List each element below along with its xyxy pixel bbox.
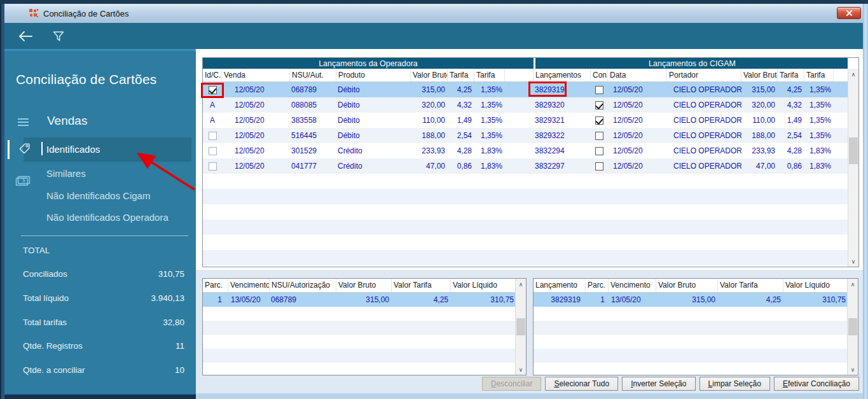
cell-vb2	[741, 250, 778, 265]
table-row[interactable]: 113/05/20068789315,004,25310,75	[203, 293, 515, 307]
table-row	[203, 363, 515, 375]
vertical-scrollbar[interactable]	[848, 69, 858, 267]
cell-data: 12/05/20	[608, 82, 667, 97]
cell-nsu	[290, 204, 336, 220]
close-button[interactable]	[837, 7, 861, 19]
cell: 13/05/20	[609, 293, 656, 307]
column-header: Lançamento	[534, 279, 586, 292]
sidebar-item-identificados-label[interactable]: Identificados	[46, 144, 100, 155]
window-title: Conciliação de Cartões	[43, 9, 128, 18]
table-row[interactable]: 12/05/20516445Débito188,002,541,35%38293…	[203, 128, 849, 143]
cell-lanc: 3829322	[534, 128, 591, 143]
cell	[718, 335, 783, 349]
cell	[656, 307, 718, 321]
column-header: Venda	[222, 69, 290, 81]
cell-venda: 12/05/20	[222, 82, 290, 97]
scroll-down-icon[interactable]	[848, 364, 858, 375]
cell-data: 12/05/20	[608, 113, 667, 128]
checkbox-unchecked[interactable]	[209, 147, 217, 155]
cell-id: A	[203, 97, 222, 113]
cell-lanc: 3832294	[534, 143, 591, 158]
limpar-selecao-button[interactable]: Limpar Seleção	[699, 377, 770, 391]
cell: 315,00	[656, 293, 718, 307]
cell-vb2	[741, 189, 778, 204]
cell	[451, 307, 515, 321]
cell-t1	[448, 235, 474, 250]
cell-vb: 315,00	[411, 82, 448, 97]
column-header-row: Id/C...VendaNSU/Aut.ProdutoValor BrutoTa…	[203, 69, 849, 82]
checkbox-unchecked[interactable]	[595, 162, 603, 171]
back-button[interactable]	[17, 28, 34, 45]
checkbox-checked[interactable]	[209, 86, 217, 94]
scrollbar-thumb[interactable]	[516, 318, 525, 335]
cell-filler	[834, 220, 849, 235]
checkbox-unchecked[interactable]	[209, 162, 217, 171]
cell-portador	[667, 174, 741, 189]
cigam-detail-table: LançamentoParc.VencimentoValor BrutoValo…	[533, 278, 858, 375]
vertical-scrollbar[interactable]	[515, 279, 526, 375]
sidebar-item-similares[interactable]: Similares	[46, 168, 86, 179]
cell-filler	[505, 220, 534, 235]
cell	[270, 307, 336, 321]
cell-con	[591, 250, 608, 265]
checkbox-checked[interactable]	[595, 101, 603, 109]
cell-lanc: 3829320	[534, 97, 591, 113]
scroll-up-icon[interactable]	[516, 279, 526, 290]
table-row[interactable]: 12/05/20301529Crédito233,934,281,83%3832…	[203, 143, 849, 158]
scroll-down-icon[interactable]	[848, 256, 858, 267]
selected-item-indicator	[8, 140, 10, 159]
checkbox-unchecked[interactable]	[209, 132, 217, 140]
checkbox-unchecked[interactable]	[595, 86, 603, 94]
cell	[451, 321, 515, 335]
cell-data	[608, 220, 667, 235]
efetivar-conciliacao-button[interactable]: Efetivar Conciliação	[774, 377, 859, 391]
window-frame-bottom	[0, 393, 196, 399]
cell	[783, 321, 847, 335]
sidebar-item-nao-identificados-cigam[interactable]: Não Identificados Cigam	[46, 190, 150, 201]
inverter-selecao-button[interactable]: Inverter Seleção	[622, 377, 695, 391]
table-row[interactable]: 12/05/20041777Crédito47,000,861,83%38322…	[203, 158, 849, 174]
cell	[718, 363, 783, 375]
table-row	[534, 321, 847, 335]
auto-identified-mark: A	[210, 113, 215, 128]
table-row[interactable]: A12/05/20088085Débito320,004,321,35%3829…	[203, 97, 849, 113]
sidebar: Conciliação de Cartões Vendas Identifica…	[4, 49, 196, 393]
cell-produto: Débito	[336, 113, 411, 128]
cell-t1: 2,54	[448, 128, 474, 143]
sidebar-item-nao-identificados-operadora[interactable]: Não Identificados Operadora	[46, 212, 169, 223]
cell	[451, 363, 515, 375]
group-header-operadora: Lançamentos da Operadora	[203, 58, 534, 69]
cell-filler	[834, 174, 849, 189]
column-header-filler	[834, 69, 849, 81]
vertical-scrollbar[interactable]	[847, 279, 858, 375]
qtde-a-conciliar-label: Qtde. a conciliar	[23, 365, 85, 375]
selecionar-tudo-button[interactable]: Selecionar Tudo	[545, 377, 618, 391]
cell-id	[203, 82, 222, 97]
checkbox-unchecked[interactable]	[595, 147, 603, 155]
action-button-row: Desconciliar Selecionar Tudo Inverter Se…	[196, 377, 859, 391]
table-row[interactable]: 3829319113/05/20315,004,25310,75	[534, 293, 847, 307]
table-row[interactable]: 12/05/20068789Débito315,004,251,35%38293…	[203, 82, 849, 97]
menu-icon[interactable]	[18, 118, 29, 126]
cell-id	[203, 143, 222, 158]
cell-t2b	[804, 220, 834, 235]
table-row[interactable]: A12/05/20383558Débito110,001,491,35%3829…	[203, 113, 849, 128]
scroll-down-icon[interactable]	[516, 364, 526, 375]
cell-t2b: 1,35%	[804, 113, 834, 128]
cell-filler	[505, 143, 534, 158]
cell: 315,00	[336, 293, 392, 307]
cell-t2b: 1,83%	[804, 158, 834, 174]
checkbox-checked[interactable]	[595, 116, 603, 125]
cell-venda: 12/05/20	[222, 113, 290, 128]
titlebar[interactable]: Conciliação de Cartões	[1, 4, 867, 23]
cell: 3829319	[534, 293, 586, 307]
scrollbar-thumb[interactable]	[848, 318, 857, 335]
scrollbar-thumb[interactable]	[849, 137, 858, 164]
cell-t2b: 1,35%	[804, 128, 834, 143]
checkbox-unchecked[interactable]	[595, 132, 603, 140]
scroll-up-icon[interactable]	[848, 69, 858, 80]
cell-filler	[834, 204, 849, 220]
scroll-up-icon[interactable]	[848, 279, 858, 290]
filter-button[interactable]	[50, 28, 67, 45]
cell-id: A	[203, 113, 222, 128]
